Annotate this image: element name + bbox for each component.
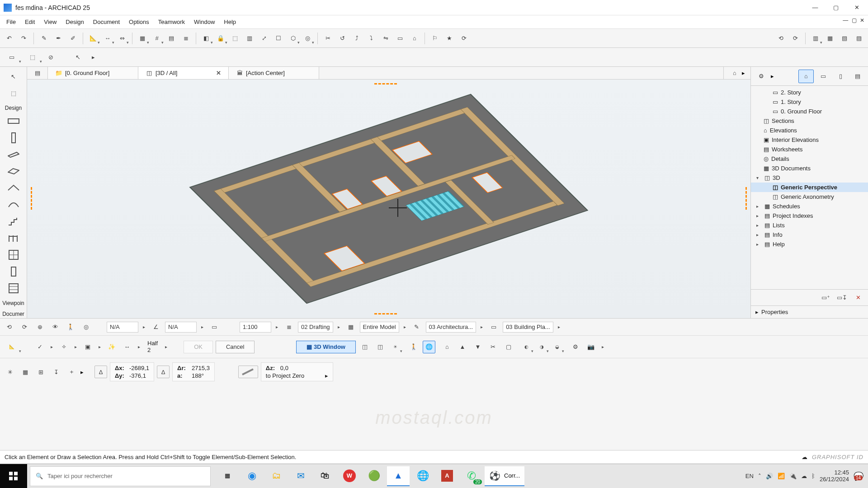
half-dd[interactable]: ▸	[163, 344, 169, 349]
marquee-3d-icon[interactable]: ▢	[502, 341, 515, 353]
expander-icon[interactable]: ▸	[756, 232, 762, 237]
layers-icon[interactable]: ≣	[283, 321, 295, 333]
zoom-value-1[interactable]: N/A	[107, 322, 138, 333]
view-menu-dd[interactable]: ▸	[742, 70, 745, 76]
nav-item-2-story[interactable]: ▭2. Story	[751, 88, 868, 97]
column-tool-icon[interactable]	[5, 130, 22, 145]
suspend-icon[interactable]: ↺	[336, 32, 349, 45]
penset-icon[interactable]: ✎	[410, 321, 423, 333]
nav-item-3d-documents[interactable]: ▦3D Documents	[751, 164, 868, 173]
scale-field[interactable]: 1:100	[240, 322, 271, 333]
beam-tool-icon[interactable]	[5, 146, 22, 162]
home-story-icon[interactable]: ⌂	[441, 341, 453, 353]
plus-icon[interactable]: ＋	[65, 366, 78, 378]
chrome-icon[interactable]: 🟢	[363, 466, 385, 486]
arrow-tool[interactable]: ↖	[5, 69, 22, 84]
model-field[interactable]: Entire Model	[360, 322, 399, 333]
marquee-poly-icon[interactable]: ⬚	[24, 51, 42, 64]
delta-toggle-2[interactable]: Δ	[157, 366, 170, 378]
reference-icon[interactable]: ↔	[121, 341, 133, 353]
mirror-icon[interactable]: ⇋	[379, 32, 392, 45]
arch-field[interactable]: 03 Architectura...	[426, 322, 476, 333]
chevron-up-icon[interactable]: ˄	[758, 473, 761, 479]
tray-onedrive-icon[interactable]: ☁	[801, 473, 807, 479]
expander-icon[interactable]: ▸	[756, 204, 762, 209]
stair-tool-icon[interactable]	[5, 214, 22, 230]
grid-lock-icon[interactable]: ▦	[19, 366, 32, 378]
shading-icon[interactable]: ◐	[520, 341, 533, 353]
section-cut-icon[interactable]: ✂	[487, 341, 500, 353]
eyedropper-icon[interactable]: ✒	[52, 32, 65, 45]
minimize-button[interactable]: ―	[811, 4, 819, 12]
nav-item-details[interactable]: ◎Details	[751, 154, 868, 164]
tab-nav-icon[interactable]: ▤	[33, 69, 42, 78]
task-view-icon[interactable]: ▦	[216, 466, 239, 486]
person-icon[interactable]: 🚶	[407, 341, 420, 353]
view-menu-icon[interactable]: ⌂	[729, 68, 740, 78]
properties-toggle[interactable]: ▸ Properties	[751, 305, 868, 318]
nav-item-interior-elevations[interactable]: ▣Interior Elevations	[751, 135, 868, 145]
wall-tool-icon[interactable]	[5, 113, 22, 129]
expander-icon[interactable]: ▸	[756, 213, 762, 218]
layercomb-icon[interactable]: ▦	[344, 321, 357, 333]
nav-viewmap-icon[interactable]: ▭	[816, 70, 831, 83]
shell-tool-icon[interactable]	[5, 197, 22, 213]
nav-projectmap-icon[interactable]: ⌂	[798, 70, 814, 83]
orbit-prev-icon[interactable]: ⟲	[3, 321, 15, 333]
zone-icon[interactable]: ▥	[243, 32, 256, 45]
menu-options[interactable]: Options	[124, 17, 154, 27]
snap-icon[interactable]: ⊞	[34, 366, 47, 378]
nav-item-3d[interactable]: ▾◫3D	[751, 173, 868, 183]
nav-item-schedules[interactable]: ▸▦Schedules	[751, 202, 868, 211]
view-persp-icon[interactable]: ◫	[359, 341, 371, 353]
tray-battery-icon[interactable]: 🔌	[789, 473, 797, 479]
circle-icon[interactable]: ◎	[301, 32, 314, 45]
dd-icon[interactable]: ▸	[97, 344, 103, 349]
explorer-icon[interactable]: 🗂	[265, 466, 288, 486]
redo-button[interactable]: ↷	[17, 32, 30, 45]
delta-toggle-1[interactable]: Δ	[94, 366, 107, 378]
marquee-tool[interactable]: ⬚	[5, 85, 22, 101]
offset-icon[interactable]: ▣	[81, 341, 94, 353]
curtainwall-tool-icon[interactable]	[5, 247, 22, 263]
dimension-icon[interactable]: ⇔	[116, 32, 128, 45]
dd-icon[interactable]: ▸	[49, 344, 55, 349]
navigator-tree[interactable]: ▭2. Story ▭1. Story ▭0. Ground Floor ◫Se…	[751, 86, 868, 289]
rotate-icon[interactable]: ⤴	[350, 32, 363, 45]
dd-icon[interactable]: ▸	[402, 324, 408, 329]
cube-icon[interactable]: ◧	[200, 32, 212, 45]
window-layout-icon[interactable]: ▥	[809, 32, 822, 45]
box-icon[interactable]: ☐	[272, 32, 285, 45]
taskbar-search[interactable]: 🔍 Taper ici pour rechercher	[30, 466, 211, 486]
view-handle-bottom[interactable]	[374, 313, 397, 314]
angle-icon[interactable]: ∠	[150, 321, 162, 333]
store-icon[interactable]: 🛍	[314, 466, 336, 486]
archicad-taskbar-icon[interactable]: ▲	[387, 466, 410, 486]
gravity-icon[interactable]: ↧	[50, 366, 62, 378]
menu-teamwork[interactable]: Teamwork	[154, 17, 189, 27]
maximize-button[interactable]: ▢	[832, 4, 840, 12]
tab-close-button[interactable]: ✕	[216, 70, 221, 76]
inject-icon[interactable]: ✐	[66, 32, 79, 45]
nav-item-elevations[interactable]: ⌂Elevations	[751, 126, 868, 135]
marquee-rect-icon[interactable]: ▭	[3, 51, 21, 64]
trace-icon[interactable]: ⚙	[569, 341, 582, 353]
check-icon[interactable]: ✓	[33, 341, 46, 353]
expander-icon[interactable]: ▾	[756, 175, 762, 180]
railing-tool-icon[interactable]	[5, 230, 22, 246]
undo-button[interactable]: ↶	[3, 32, 15, 45]
whatsapp-icon[interactable]: ✆ 20	[460, 466, 483, 486]
zoom-value-2[interactable]: N/A	[165, 322, 197, 333]
chrome2-icon[interactable]: 🌐	[411, 466, 434, 486]
cloud-icon[interactable]: ☁	[802, 454, 807, 460]
drafting-field[interactable]: 02 Drafting	[298, 322, 333, 333]
cancel-button[interactable]: Cancel	[216, 341, 255, 353]
pick-tool-icon[interactable]: ✎	[38, 32, 50, 45]
dd-icon[interactable]: ▸	[556, 324, 562, 329]
arrow-dd-icon[interactable]: ▸	[87, 51, 99, 64]
ok-button[interactable]: OK	[184, 341, 213, 353]
zoom-in-icon[interactable]: ⊕	[33, 321, 46, 333]
nav-item-ground-floor[interactable]: ▭0. Ground Floor	[751, 107, 868, 116]
shadows-icon[interactable]: ◑	[536, 341, 548, 353]
tray-bluetooth-icon[interactable]: ᛒ	[811, 473, 815, 479]
